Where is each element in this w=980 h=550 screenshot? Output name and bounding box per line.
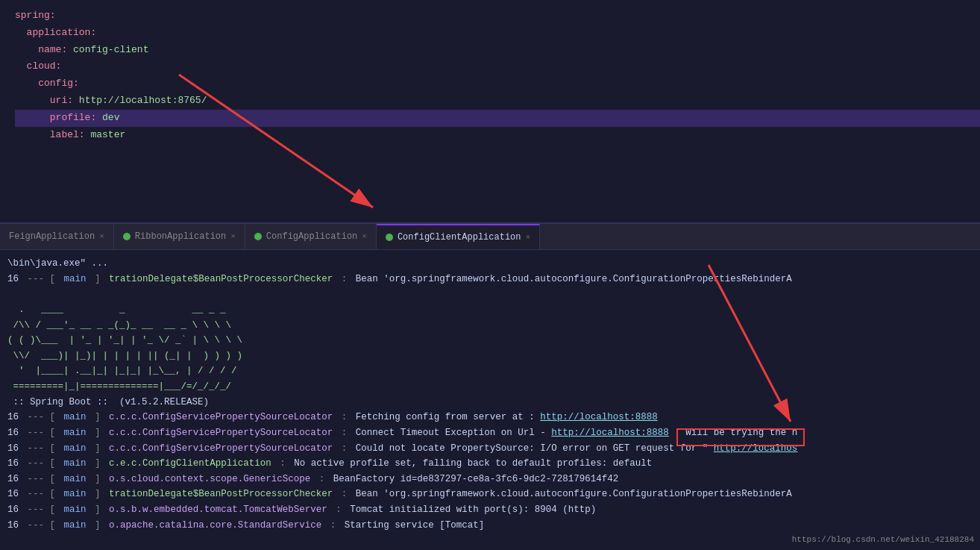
tab-config-client-close[interactable]: × (526, 233, 531, 242)
watermark: https://blog.csdn.net/weixin_42188284 (792, 535, 974, 544)
yaml-line-1: spring: (15, 7, 980, 25)
log-class-tomcat-server: o.s.b.w.embedded.tomcat.TomcatWebServer (109, 504, 327, 515)
tab-config-application[interactable]: ConfigApplication × (245, 224, 377, 249)
log-msg-no-profile: No active profile set, falling back to d… (294, 458, 652, 469)
log-row-beanfactory: 16 --- [ main ] o.s.cloud.context.scope.… (7, 472, 980, 487)
tab-config-label: ConfigApplication (266, 231, 357, 242)
spring-art-line1: . ____ _ __ _ _ (7, 287, 980, 317)
tab-feign-application[interactable]: FeignApplication × (0, 224, 114, 249)
yaml-line-7: profile: dev (15, 110, 980, 127)
yaml-line-3: name: config-client (15, 42, 980, 59)
console-java-cmd: \bin\java.exe" ... (7, 256, 980, 272)
log-row-no-profile: 16 --- [ main ] c.e.c.ConfigClientApplic… (7, 456, 980, 472)
log-thread-main5: main (64, 458, 87, 469)
yaml-line-5: config: (15, 75, 980, 93)
log-thread-main9: main (64, 520, 87, 531)
log-msg-starting-service: Starting service [Tomcat] (345, 520, 485, 531)
log-class-config-locator2: c.c.c.ConfigServicePropertySourceLocator (109, 428, 333, 438)
log-class-config-client-app: c.e.c.ConfigClientApplication (109, 458, 271, 469)
log-row-bean-post2: 16 --- [ main ] trationDelegate$BeanPost… (7, 487, 980, 502)
tab-ribbon-application[interactable]: RibbonApplication × (114, 224, 245, 249)
log-row-tomcat-init: 16 --- [ main ] o.s.b.w.embedded.tomcat.… (7, 502, 980, 518)
log-class-generic-scope: o.s.cloud.context.scope.GenericScope (109, 474, 310, 484)
spring-art-line2: /\\ / ___'_ __ _ _(_)_ __ __ _ \ \ \ \ (7, 318, 980, 334)
log-link-localhost-8888-2[interactable]: http://localhost:8888 (551, 428, 669, 438)
tab-config-close[interactable]: × (362, 232, 367, 241)
spring-art-line4: \\/ ___)| |_)| | | | | || (_| | ) ) ) ) (7, 349, 980, 364)
tab-config-client-application[interactable]: ConfigClientApplication × (377, 224, 540, 249)
console-output: \bin\java.exe" ... 16 --- [ main ] trati… (0, 250, 980, 539)
console-panel: \bin\java.exe" ... 16 --- [ main ] trati… (0, 250, 980, 550)
log-thread-main4: main (64, 443, 87, 454)
tab-bar: FeignApplication × RibbonApplication × C… (0, 224, 980, 250)
log-msg-tomcat: Tomcat initialized with port(s): 8904 (h… (350, 504, 596, 515)
log-msg-connect2: . Will be trying the n (674, 428, 797, 438)
log-class-bean-checker: trationDelegate$BeanPostProcessorChecker (109, 274, 333, 284)
spring-art-line3: ( ( )\___ | '_ | '_| | '_ \/ _` | \ \ \ … (7, 333, 980, 349)
log-msg-bean: Bean 'org.springframework.cloud.autoconf… (356, 274, 792, 284)
spring-art-line5: ' |____| .__|_| |_|_| |_\__, | / / / / (7, 363, 980, 379)
spring-release: :: Spring Boot :: (v1.5.2.RELEASE) (7, 395, 980, 410)
log-msg-connect: Connect Timeout Exception on Url - (356, 428, 552, 438)
log-thread-main: main (64, 274, 87, 284)
log-row-fetching: 16 --- [ main ] c.c.c.ConfigServicePrope… (7, 410, 980, 425)
log-row-standard-service: 16 --- [ main ] o.apache.catalina.core.S… (7, 518, 980, 534)
log-link-localhos[interactable]: http://localhos (714, 443, 798, 454)
tab-ribbon-icon (123, 233, 131, 240)
yaml-line-4: cloud: (15, 58, 980, 75)
yaml-line-2: application: (15, 25, 980, 42)
log-class-standard-service: o.apache.catalina.core.StandardService (109, 520, 321, 531)
log-row-connect-timeout: 16 --- [ main ] c.c.c.ConfigServicePrope… (7, 425, 980, 441)
log-msg-beanfactory: BeanFactory id=de837297-ce8a-3fc6-9dc2-7… (333, 474, 619, 484)
log-class-config-locator: c.c.c.ConfigServicePropertySourceLocator (109, 412, 333, 422)
yaml-line-8: label: master (15, 127, 980, 144)
log-msg-could-not: Could not locate PropertySource: I/O err… (356, 443, 709, 454)
yaml-content: spring: application: name: config-client… (0, 0, 980, 151)
log-thread-main6: main (64, 474, 87, 484)
log-msg-bean2: Bean 'org.springframework.cloud.autoconf… (356, 489, 792, 499)
tab-ribbon-label: RibbonApplication (135, 231, 226, 242)
log-thread-main2: main (64, 412, 87, 422)
tab-config-client-label: ConfigClientApplication (398, 232, 521, 243)
yaml-line-6: uri: http://localhost:8765/ (15, 93, 980, 110)
tab-ribbon-close[interactable]: × (230, 232, 236, 241)
tab-config-icon (254, 233, 262, 240)
tab-feign-label: FeignApplication (9, 231, 95, 242)
yaml-editor-panel: spring: application: name: config-client… (0, 0, 980, 224)
tab-feign-close[interactable]: × (99, 232, 104, 241)
log-thread-main7: main (64, 489, 87, 499)
log-row-bean-post: 16 --- [ main ] trationDelegate$BeanPost… (7, 272, 980, 287)
spring-art-line6: =========|_|==============|___/=/_/_/_/ (7, 379, 980, 395)
log-row-could-not-locate: 16 --- [ main ] c.c.c.ConfigServicePrope… (7, 441, 980, 457)
log-msg-fetching: Fetching config from server at : (356, 412, 541, 422)
tab-config-client-icon (386, 234, 393, 241)
log-thread-main3: main (64, 428, 87, 438)
log-class-bean-checker2: trationDelegate$BeanPostProcessorChecker (109, 489, 333, 499)
log-thread-main8: main (64, 504, 87, 515)
log-link-localhost-8888[interactable]: http://localhost:8888 (540, 412, 658, 422)
log-class-config-locator3: c.c.c.ConfigServicePropertySourceLocator (109, 443, 333, 454)
